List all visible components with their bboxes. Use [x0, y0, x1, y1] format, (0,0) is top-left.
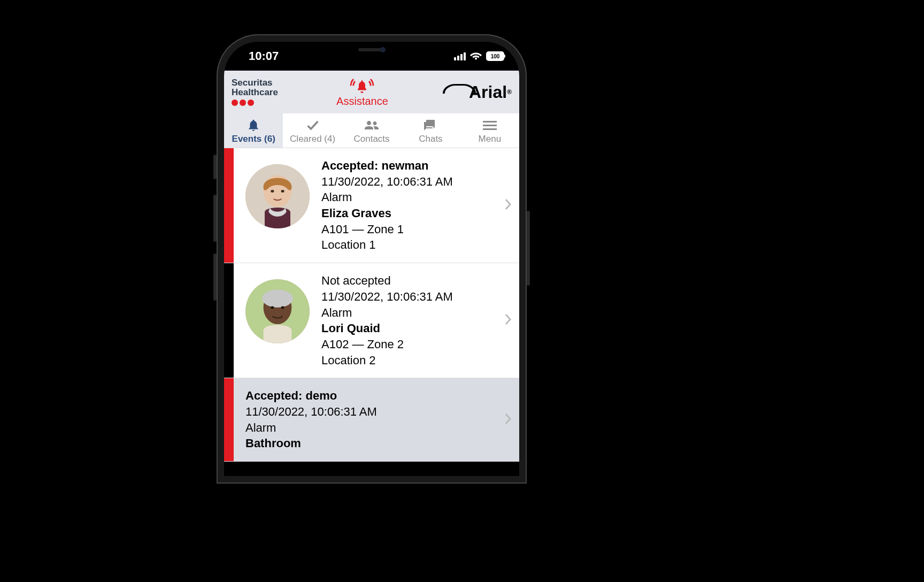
chat-icon [401, 118, 460, 133]
phone-notch [318, 42, 425, 59]
svg-point-8 [281, 307, 284, 309]
alarm-bell-icon [336, 77, 388, 95]
event-status: Accepted: demo [245, 388, 499, 404]
phone-screen: 10:07 100 Securitas Healthcare [224, 42, 519, 476]
brand-logo-right: Arial® [446, 82, 512, 102]
cellular-signal-icon [454, 52, 466, 60]
event-person-name: Lori Quaid [321, 320, 499, 336]
tab-cleared[interactable]: Cleared (4) [283, 113, 342, 148]
event-type: Alarm [321, 305, 499, 321]
priority-indicator [224, 148, 234, 263]
event-timestamp: 11/30/2022, 10:06:31 AM [321, 289, 499, 305]
svg-point-6 [262, 289, 293, 308]
volume-button [213, 155, 217, 179]
event-row[interactable]: Not accepted 11/30/2022, 10:06:31 AM Ala… [224, 263, 519, 378]
tab-events[interactable]: Events (6) [224, 113, 283, 148]
event-area-name: Bathroom [245, 435, 499, 451]
volume-up-button [213, 195, 217, 242]
tab-contacts[interactable]: Contacts [342, 113, 401, 148]
priority-indicator [224, 378, 234, 461]
event-room-zone: A101 — Zone 1 [321, 221, 499, 238]
chevron-right-icon [504, 313, 512, 327]
event-person-name: Eliza Graves [321, 205, 499, 221]
avatar [245, 164, 310, 228]
phone-frame: 10:07 100 Securitas Healthcare [217, 34, 527, 484]
tab-menu[interactable]: Menu [460, 113, 519, 148]
event-type: Alarm [321, 189, 499, 205]
event-timestamp: 11/30/2022, 10:06:31 AM [321, 174, 499, 190]
power-button [527, 211, 530, 286]
event-status: Accepted: newman [321, 158, 499, 174]
people-icon [342, 118, 401, 133]
event-type: Alarm [245, 420, 499, 436]
svg-point-2 [271, 190, 274, 193]
event-list: Accepted: newman 11/30/2022, 10:06:31 AM… [224, 148, 519, 462]
svg-point-7 [271, 307, 274, 309]
event-location: Location 2 [321, 353, 499, 369]
tab-chats[interactable]: Chats [401, 113, 460, 148]
bell-icon [224, 118, 283, 133]
event-row[interactable]: Accepted: demo 11/30/2022, 10:06:31 AM A… [224, 378, 519, 462]
tab-bar: Events (6) Cleared (4) Contacts Chats [224, 113, 519, 148]
chevron-right-icon [504, 413, 512, 427]
avatar [245, 279, 310, 343]
event-row[interactable]: Accepted: newman 11/30/2022, 10:06:31 AM… [224, 148, 519, 263]
svg-point-3 [281, 190, 284, 193]
app-header: Securitas Healthcare Assistance Arial® [224, 71, 519, 113]
wifi-icon [470, 52, 482, 60]
check-icon [283, 118, 342, 133]
battery-icon: 100 [486, 51, 504, 61]
status-time: 10:07 [249, 49, 279, 63]
menu-icon [460, 118, 519, 133]
chevron-right-icon [504, 198, 512, 212]
priority-indicator [224, 263, 234, 378]
volume-down-button [213, 254, 217, 301]
brand-logo-left: Securitas Healthcare [232, 78, 278, 106]
event-room-zone: A102 — Zone 2 [321, 336, 499, 353]
event-location: Location 1 [321, 237, 499, 253]
event-timestamp: 11/30/2022, 10:06:31 AM [245, 404, 499, 420]
event-status: Not accepted [321, 273, 499, 289]
assistance-button[interactable]: Assistance [336, 77, 388, 108]
